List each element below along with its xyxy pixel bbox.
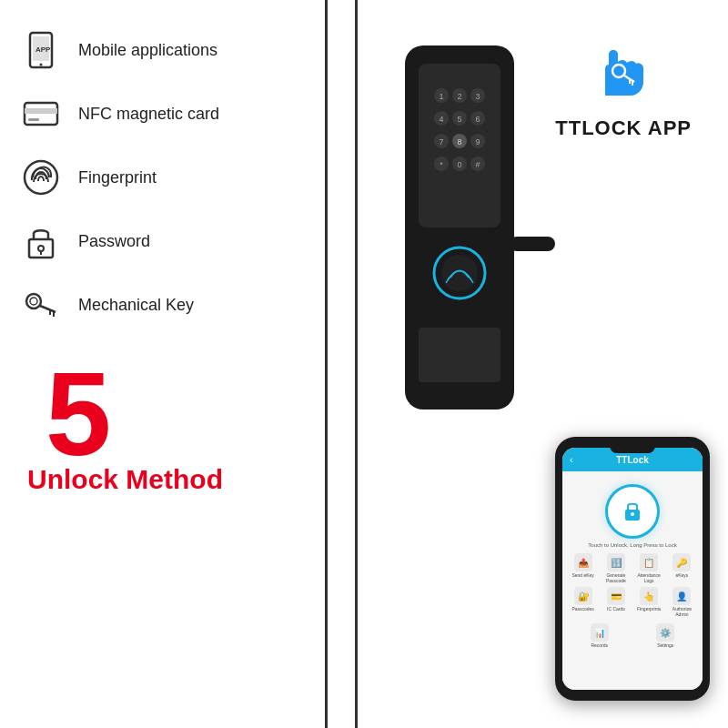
phone-header-title: TTLock — [616, 455, 649, 465]
generate-passcode-icon: 🔢 — [607, 553, 625, 571]
svg-point-11 — [26, 294, 41, 308]
feature-label-nfc: NFC magnetic card — [78, 105, 219, 124]
ttlock-app-label: TTLOCK APP — [555, 116, 692, 140]
svg-text:2: 2 — [457, 92, 461, 101]
feature-label-fingerprint: Fingerprint — [78, 168, 157, 187]
ttlock-app-container: TTLOCK APP — [555, 36, 692, 140]
phone-body: Touch to Unlock, Long Press to Lock 📤 Se… — [562, 471, 703, 690]
fingerprint-icon — [18, 155, 64, 200]
svg-text:1: 1 — [439, 92, 443, 101]
phone-frame: ‹ TTLock Touch to Unlock, Long Press to … — [555, 437, 710, 701]
phone-back-arrow: ‹ — [570, 454, 573, 465]
main-container: APP Mobile applications NFC magnetic car… — [0, 0, 728, 728]
phone-grid-label-records: Records — [591, 642, 608, 648]
phone-grid-item-passcodes: 🔐 Passcodes — [568, 587, 598, 617]
phone-notch — [610, 444, 655, 453]
phone-grid-row1: 📤 Send eKey 🔢 Generate Passcode 📋 Attend… — [568, 553, 697, 583]
phone-grid-label-ekeys: eKeys — [675, 572, 688, 578]
unlock-hint: Touch to Unlock, Long Press to Lock — [588, 542, 676, 548]
phone-lock-circle — [605, 484, 660, 539]
big-number: 5 — [46, 355, 111, 473]
feature-item-key: Mechanical Key — [18, 282, 307, 328]
feature-item-mobile: APP Mobile applications — [18, 27, 307, 73]
svg-point-9 — [38, 246, 44, 251]
phone-grid-label-admin: Authorize Admin — [667, 606, 697, 617]
phone-grid-item-ekeys: 🔑 eKeys — [667, 553, 697, 583]
send-ekey-icon: 📤 — [574, 553, 592, 571]
left-panel: APP Mobile applications NFC magnetic car… — [0, 0, 328, 728]
svg-text:8: 8 — [457, 137, 461, 147]
phone-grid-item-attendance: 📋 Attendance Logs — [634, 553, 664, 583]
fingerprints-phone-icon: 👆 — [640, 587, 658, 605]
svg-text:*: * — [440, 160, 443, 169]
phone-grid-label-ic: IC Cards — [607, 606, 625, 612]
key-icon — [18, 282, 64, 328]
vertical-divider — [355, 0, 358, 728]
phone-grid-item-settings: ⚙️ Settings — [634, 623, 698, 648]
phone-grid-row3: 📊 Records ⚙️ Settings — [568, 623, 697, 648]
svg-text:4: 4 — [439, 115, 443, 124]
feature-item-fingerprint: Fingerprint — [18, 155, 307, 200]
feature-label-key: Mechanical Key — [78, 296, 194, 315]
phone-grid-item-ekey: 📤 Send eKey — [568, 553, 598, 583]
smart-lock-image: 1 2 3 4 5 6 7 8 9 * 0 # — [369, 27, 569, 592]
ekeys-icon: 🔑 — [672, 553, 691, 571]
svg-text:APP: APP — [35, 46, 51, 54]
phone-grid-row2: 🔐 Passcodes 💳 IC Cards 👆 Fingerprints — [568, 587, 697, 617]
authorize-admin-icon: 👤 — [672, 587, 691, 605]
settings-phone-icon: ⚙️ — [656, 623, 674, 642]
passcodes-icon: 🔐 — [574, 587, 592, 605]
svg-text:5: 5 — [457, 115, 461, 124]
svg-text:0: 0 — [457, 160, 461, 169]
phone-mockup: ‹ TTLock Touch to Unlock, Long Press to … — [555, 437, 710, 701]
svg-text:9: 9 — [475, 137, 480, 147]
records-icon: 📊 — [591, 623, 609, 642]
feature-item-nfc: NFC magnetic card — [18, 91, 307, 136]
phone-grid-label-attendance: Attendance Logs — [634, 572, 664, 583]
svg-rect-5 — [25, 108, 57, 114]
phone-screen: ‹ TTLock Touch to Unlock, Long Press to … — [562, 448, 703, 690]
svg-text:7: 7 — [439, 137, 443, 147]
smartphone-icon: APP — [18, 27, 64, 73]
feature-item-password: Password — [18, 218, 307, 264]
svg-point-2 — [40, 64, 43, 66]
svg-point-51 — [631, 512, 634, 516]
phone-grid-label-passcode: Generate Passcode — [601, 572, 631, 583]
right-panel: TTLOCK APP 1 2 3 4 5 6 7 — [328, 0, 728, 728]
svg-point-47 — [441, 255, 478, 291]
phone-grid-item-records: 📊 Records — [568, 623, 632, 648]
phone-grid-label-ekey: Send eKey — [571, 572, 593, 578]
svg-text:3: 3 — [475, 92, 480, 101]
phone-grid-item-fingerprints: 👆 Fingerprints — [634, 587, 664, 617]
unlock-method-text: Unlock Method — [27, 464, 223, 495]
phone-grid-label-passcodes: Passcodes — [571, 606, 593, 612]
card-icon — [18, 91, 64, 136]
svg-text:#: # — [475, 160, 480, 169]
phone-grid-item-admin: 👤 Authorize Admin — [667, 587, 697, 617]
padlock-icon — [18, 218, 64, 264]
ttlock-hand-icon — [587, 36, 660, 109]
svg-rect-6 — [28, 118, 39, 121]
svg-text:6: 6 — [475, 115, 480, 124]
phone-grid-label-fingerprints: Fingerprints — [637, 606, 661, 612]
phone-grid-item-passcode: 🔢 Generate Passcode — [601, 553, 631, 583]
svg-point-12 — [30, 298, 37, 305]
svg-rect-48 — [510, 237, 555, 251]
feature-label-mobile: Mobile applications — [78, 41, 217, 60]
unlock-section: 5 Unlock Method — [18, 355, 307, 495]
phone-grid-item-ic: 💳 IC Cards — [601, 587, 631, 617]
attendance-icon: 📋 — [640, 553, 658, 571]
phone-grid-label-settings: Settings — [657, 642, 673, 648]
feature-list: APP Mobile applications NFC magnetic car… — [18, 27, 307, 328]
svg-rect-49 — [419, 328, 500, 382]
svg-line-13 — [40, 306, 56, 312]
ic-cards-icon: 💳 — [607, 587, 625, 605]
feature-label-password: Password — [78, 232, 150, 251]
